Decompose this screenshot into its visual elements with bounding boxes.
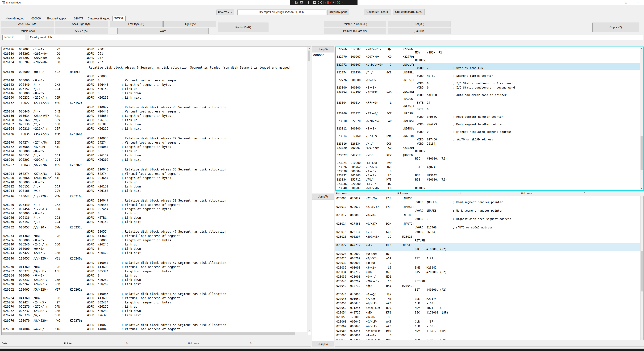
jump-list-top[interactable]: 000054 <box>312 52 334 193</box>
listing-row[interactable]: 022772000007<a.bel><0>G.NOVLY: <box>336 63 640 66</box>
listing-row[interactable]: 026136020000<0>/ /ED2NSTBL: <box>2 70 308 74</box>
listing-row[interactable]: 026272026232<232>/,/GER.WORD K26232; Lin… <box>2 309 308 313</box>
listing-row[interactable]: 023034052712/йU/M7BBIS #20000, (R2) <box>336 178 640 181</box>
collapse-chevron-icon[interactable]: < <box>342 1 343 4</box>
scrollbar-thumb[interactable] <box>640 136 643 170</box>
scrollbar-thumb[interactable] <box>308 50 310 61</box>
ascii-low-byte-button[interactable]: Ascii Low Byte <box>1 21 54 27</box>
listing-row[interactable]: 022766012602<202><25>CQZM22766: <box>336 48 640 51</box>
listing-row[interactable]: 026270026276<276>/,/GFN.WORD K26276; Lin… <box>2 304 308 309</box>
listing-row[interactable]: 023006023022<22>/&/FCZ.NRDSG: <box>335 196 640 200</box>
listing-row[interactable]: 026256026232<232>/,/GER.WORD K26232; Lin… <box>2 278 308 282</box>
low-byte-button[interactable]: Low Byte (B) <box>110 21 163 27</box>
listing-row[interactable]: .WORD 10057; Relative disk block adress … <box>2 230 308 234</box>
listing-row[interactable]: 026216110047/'/<220>WBWK26216: <box>2 194 308 198</box>
listing-row[interactable]: 026236000000<0><0>.WORD 000000; Length o… <box>2 238 308 242</box>
file-path-input[interactable] <box>237 10 326 15</box>
scroll-down-icon[interactable]: ▼ <box>640 187 643 190</box>
listing-row[interactable]: 026142026440/ -/GH2.WORD 026440; Length … <box>2 83 308 87</box>
listing-row[interactable]: 026254000000<0><0>.WORD 0; Link up <box>2 274 308 278</box>
listing-row[interactable]: .NSZSG: <box>336 98 640 101</box>
right-bottom-scrollbar[interactable]: ▲ ▼ <box>640 196 644 340</box>
listing-row[interactable]: BIT #40000, (R2) <box>335 288 640 292</box>
listing-row[interactable]: 026200026202<202>/,/GD4.WORD K26202; Lin… <box>2 158 308 162</box>
listing-row[interactable]: 026152110027<27><220>WBGK26152: <box>2 101 308 105</box>
jumpto-button-middle[interactable]: JumpTo <box>312 194 334 200</box>
listing-row[interactable]: 026132000207<207><0>CO.WORD 207 <box>2 56 308 60</box>
listing-row[interactable]: MOV (SP)+, R2 <box>336 51 640 54</box>
listing-row[interactable]: 026212026152/j,/GDJ.WORD K26152; Link do… <box>2 184 308 189</box>
listing-row[interactable]: .WORD NSTBL; Segment Tables pointer <box>336 74 640 78</box>
listing-row[interactable]: 023014017460/O/<37>D9X.NAUTO: <box>336 134 640 138</box>
listing-row[interactable]: 023010022670<270>/%/FAP.NMRKS: <box>335 205 640 209</box>
listing-row[interactable]: 026260026262<262>/,/GFB.WORD K26262; Lin… <box>2 282 308 286</box>
listing-row[interactable]: 026226026136/^,/GC8.WORD NSTBL; Link dow… <box>2 216 308 220</box>
listing-row[interactable]: .WORD $MARKS; Mark segment handler point… <box>335 209 640 213</box>
left-horizontal-scrollbar[interactable] <box>2 332 308 335</box>
listing-row[interactable]: RETURN <box>336 150 640 153</box>
listing-row[interactable]: 023026005762/P/<VT>A6RTST 4(R2) <box>335 256 640 260</box>
listing-row[interactable]: 026246110057///<220>WB1K26246: <box>2 256 308 261</box>
radix50-button[interactable]: Radix-50 (R) <box>218 22 268 32</box>
listing-row[interactable]: 023032001003<3><2>L5BNE M23042 <box>336 174 640 177</box>
listing-row[interactable]: .WORD $RDSEG; Read segment handler point… <box>336 115 640 118</box>
listing-row[interactable]: 023040000207<207><0>CORETURN <box>335 280 640 283</box>
listing-row[interactable]: 023042032712/й5/HXJM23042: <box>335 284 640 288</box>
listing-row[interactable]: 026204034274<274>/8/ICD.WORD 34274; Virt… <box>2 172 308 176</box>
listing-row[interactable]: BIC #10000, (R2) <box>335 247 640 251</box>
listing-row[interactable]: 026150026232<232>/,/GER.WORD K26232; Lin… <box>2 96 308 100</box>
drag-grip-icon[interactable] <box>292 1 293 4</box>
listing-row[interactable]: 026214026166/v,/GDV.WORD K26166; Link ne… <box>2 189 308 193</box>
listing-row[interactable]: 023034052712/йU/M7BBIS #20000, (R2) <box>335 270 640 274</box>
listing-row[interactable]: 026130000261<261><0>DQ.WORD 261 <box>2 52 308 56</box>
listing-row[interactable]: 026234041360/ПВ/J.P.WORD 41360; Virtual … <box>2 234 308 238</box>
listing-row[interactable]: 026164026216<216>/,/GEF.WORD K26216; Lin… <box>2 126 308 131</box>
listing-row[interactable]: .WORD 0; Highest displaced segment addre… <box>336 130 640 134</box>
jump-list-bottom[interactable] <box>312 200 334 341</box>
listing-row[interactable]: 022776000000<0><0>.NIOST: <box>336 78 640 82</box>
listing-row[interactable]: 026160026166/v,/GDV.WORD K26166; Link up <box>2 118 308 122</box>
listing-row[interactable]: RETURN <box>335 239 640 242</box>
listing-row[interactable]: .WORD 110070; Relative disk block adress… <box>2 323 308 327</box>
listing-row[interactable]: 023000000000<0><0>.WORD 0; I/O Status do… <box>336 86 640 89</box>
listing-row[interactable]: 026172005064/4/<LF>AYL.WORD 005064; Leng… <box>2 145 308 149</box>
listing-row[interactable]: 026252005374/Э/<LF>AOL.WORD 005374; Leng… <box>2 269 308 274</box>
pointer-to-data-button[interactable]: Pointer To Data (P) <box>324 28 386 34</box>
listing-row[interactable]: .NFAST: <box>336 104 640 108</box>
listing-row[interactable]: BIC #10000, (R2) <box>336 157 640 160</box>
listing-row[interactable]: 026176026152/j,/GDJ.WORD K26152; Link do… <box>2 153 308 158</box>
pointer-to-code-button[interactable]: Pointer To Code (S) <box>324 21 386 27</box>
listing-row[interactable]: .WORD 017460; $AUTO or $LOAD address <box>335 226 640 230</box>
listing-row[interactable]: 023020000207<207><0>COM23020: <box>336 146 640 150</box>
listing-row[interactable]: 023024010000<0><20>BVP <box>335 252 640 256</box>
listing-row[interactable]: 023056170000<0>/П/8P <box>335 315 640 319</box>
listing-row[interactable]: 026274026326/ж,/GF8.WORD K26326; Link ne… <box>2 313 308 318</box>
listing-row[interactable]: 026242000000<0><0>.WORD 0; Link down <box>2 247 308 251</box>
listing-row[interactable]: 026154026440/ -/GH2.WORD M26440; Virtual… <box>2 109 308 114</box>
listing-row[interactable]: 023040000207<207><0>CORETURN <box>336 186 640 190</box>
listing-row[interactable]: 023050005046/&/<LF>AX8CLR -(SP) <box>335 302 640 305</box>
open-file-button[interactable]: Открыть файл <box>327 10 349 15</box>
listing-row[interactable]: ; Relative disk block adress 0 Segment h… <box>2 66 308 70</box>
code-button[interactable]: Код (C) <box>388 21 451 27</box>
left-vertical-scrollbar[interactable]: ▲ ▼ <box>308 47 311 332</box>
listing-row[interactable]: 023032001003<3><2>L5BNE M23042 <box>335 266 640 270</box>
listing-row[interactable]: 023002017100/@/<36>D3X.NALER: <box>336 90 640 94</box>
listing-row[interactable]: 023064016246<246><34>DWNMOV 4(R2), -(SP) <box>335 329 640 333</box>
save-session-button[interactable]: Сохранить сеанс <box>364 9 391 15</box>
label-name-input[interactable] <box>2 35 25 40</box>
listing-row[interactable]: .WORD 0; I/O Status doubleword - first w… <box>336 82 640 85</box>
listing-row[interactable]: 023052011246<246><22>B9NMOV (R2), -(SP) <box>335 306 640 310</box>
cursor-icon[interactable] <box>307 0 311 4</box>
stop-square-icon[interactable] <box>313 0 316 4</box>
word-button[interactable]: Word <box>118 28 208 34</box>
maximize-button[interactable]: □ <box>620 0 632 5</box>
listing-row[interactable]: 023012000000<0><0>.NDTDS: <box>336 127 640 130</box>
label-comment-input[interactable] <box>29 35 643 40</box>
error-badge-icon[interactable]: { × } 15 <box>325 1 334 4</box>
right-top-scrollbar[interactable]: ▲ ▼ <box>640 47 643 190</box>
double-ascii-button[interactable]: Double Ascii <box>1 28 54 34</box>
listing-row[interactable]: .WORD $MARKS; Mark segment handler point… <box>336 123 640 126</box>
listing-row[interactable]: 026240026246<246>/,/GEO.WORD K26246; Lin… <box>2 242 308 247</box>
listing-row[interactable]: .WORD 017460; $AUTO or $LOAD address <box>336 138 640 141</box>
